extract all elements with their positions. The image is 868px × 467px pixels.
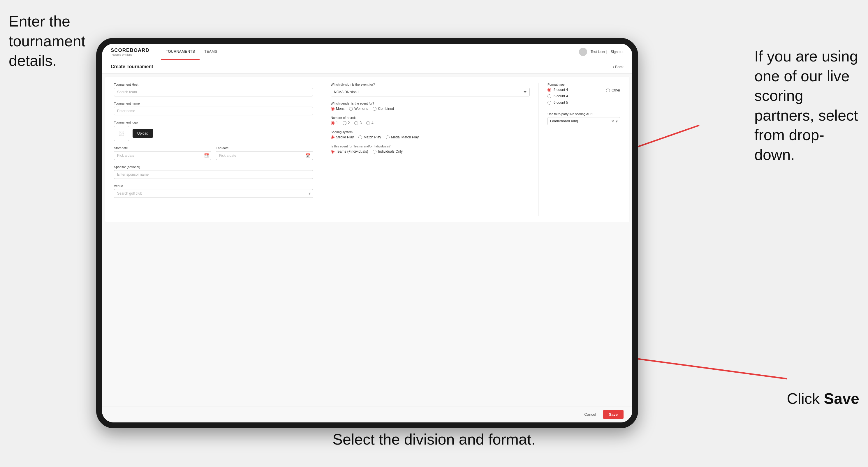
event-teams[interactable]: Teams (+Individuals) bbox=[331, 150, 368, 154]
live-scoring-select[interactable]: Leaderboard King ✕ ▾ bbox=[548, 117, 620, 125]
tablet-screen: SCOREBOARD Powered by clippd TOURNAMENTS… bbox=[102, 44, 632, 423]
rounds-4[interactable]: 4 bbox=[366, 121, 374, 125]
format-options: 5 count 4 6 count 4 6 count 5 bbox=[548, 88, 620, 107]
logo-placeholder bbox=[114, 126, 129, 141]
end-date-input[interactable] bbox=[216, 151, 313, 160]
event-individuals[interactable]: Individuals Only bbox=[373, 150, 403, 154]
rounds-1[interactable]: 1 bbox=[331, 121, 338, 125]
live-scoring-clear-icon[interactable]: ✕ bbox=[611, 119, 615, 124]
upload-button[interactable]: Upload bbox=[132, 129, 153, 138]
live-scoring-controls: ✕ ▾ bbox=[611, 119, 618, 124]
page-title: Create Tournament bbox=[111, 64, 153, 69]
live-scoring-dropdown-icon[interactable]: ▾ bbox=[616, 119, 618, 124]
form-col-left: Tournament Host Tournament name Tourname… bbox=[114, 83, 322, 216]
rounds-1-label: 1 bbox=[336, 121, 338, 125]
name-group: Tournament name bbox=[114, 102, 313, 115]
form-col-middle: Which division is the event for? NCAA Di… bbox=[322, 83, 539, 216]
save-button[interactable]: Save bbox=[603, 410, 624, 419]
division-group: Which division is the event for? NCAA Di… bbox=[331, 83, 530, 96]
nav-links: TOURNAMENTS TEAMS bbox=[161, 44, 222, 60]
nav-right: Test User | Sign out bbox=[579, 48, 624, 56]
venue-dropdown-icon: ▾ bbox=[309, 191, 311, 196]
start-date-input[interactable] bbox=[114, 151, 211, 160]
format-6count4[interactable]: 6 count 4 bbox=[548, 94, 568, 98]
format-6count5[interactable]: 6 count 5 bbox=[548, 100, 568, 104]
scoring-match-label: Match Play bbox=[364, 135, 381, 139]
format-5count4[interactable]: 5 count 4 bbox=[548, 88, 568, 92]
division-select[interactable]: NCAA Division I bbox=[331, 88, 530, 96]
brand-name: SCOREBOARD bbox=[111, 48, 150, 53]
venue-input[interactable] bbox=[114, 189, 313, 198]
format-type-group: Format type 5 count 4 bbox=[548, 83, 620, 107]
scoring-stroke-label: Stroke Play bbox=[336, 135, 354, 139]
gender-mens[interactable]: Mens bbox=[331, 106, 344, 111]
scoring-match[interactable]: Match Play bbox=[359, 135, 381, 139]
scoring-radio-group: Stroke Play Match Play Medal Match Play bbox=[331, 135, 530, 139]
end-date-label: End date bbox=[216, 146, 313, 150]
annotation-bottom-center: Select the division and format. bbox=[333, 430, 535, 449]
user-label: Test User | bbox=[591, 50, 607, 54]
signout-link[interactable]: Sign out bbox=[611, 50, 624, 54]
host-group: Tournament Host bbox=[114, 83, 313, 96]
rounds-group: Number of rounds 1 2 bbox=[331, 116, 530, 125]
name-input[interactable] bbox=[114, 106, 313, 115]
scoring-medal[interactable]: Medal Match Play bbox=[386, 135, 419, 139]
rounds-2[interactable]: 2 bbox=[343, 121, 350, 125]
page-header: Create Tournament ‹ Back bbox=[102, 60, 632, 74]
logo-upload-area: Upload bbox=[114, 126, 313, 141]
scoring-stroke[interactable]: Stroke Play bbox=[331, 135, 354, 139]
format-other-label: Other bbox=[612, 88, 620, 92]
logo-label: Tournament logo bbox=[114, 121, 313, 124]
end-calendar-icon: 📅 bbox=[306, 153, 311, 158]
gender-combined-label: Combined bbox=[378, 106, 394, 111]
svg-line-3 bbox=[612, 355, 787, 379]
annotation-top-left: Enter the tournament details. bbox=[9, 12, 96, 71]
scoring-group: Scoring system Stroke Play Match Play bbox=[331, 130, 530, 139]
date-group: Start date 📅 End date 📅 bbox=[114, 146, 313, 160]
host-label: Tournament Host bbox=[114, 83, 313, 86]
brand-sub: Powered by clippd bbox=[111, 53, 150, 56]
gender-radio-group: Mens Womens Combined bbox=[331, 106, 530, 111]
format-5count4-label: 5 count 4 bbox=[554, 88, 568, 92]
nav-link-teams[interactable]: TEAMS bbox=[199, 44, 222, 60]
avatar bbox=[579, 48, 587, 56]
venue-label: Venue bbox=[114, 184, 313, 188]
rounds-label: Number of rounds bbox=[331, 116, 530, 119]
event-type-label: Is this event for Teams and/or Individua… bbox=[331, 145, 530, 148]
gender-womens[interactable]: Womens bbox=[349, 106, 368, 111]
scoring-label: Scoring system bbox=[331, 130, 530, 134]
live-scoring-value: Leaderboard King bbox=[550, 119, 611, 123]
gender-combined[interactable]: Combined bbox=[373, 106, 394, 111]
live-scoring-section: Use third-party live scoring API? Leader… bbox=[548, 112, 620, 125]
gender-mens-label: Mens bbox=[336, 106, 344, 111]
logo-group: Tournament logo Upload bbox=[114, 121, 313, 141]
form-container: Tournament Host Tournament name Tourname… bbox=[105, 76, 629, 222]
host-input[interactable] bbox=[114, 88, 313, 96]
end-date-wrap: 📅 bbox=[216, 151, 313, 160]
division-label: Which division is the event for? bbox=[331, 83, 530, 86]
cancel-button[interactable]: Cancel bbox=[580, 410, 600, 419]
format-type-label: Format type bbox=[548, 83, 620, 86]
sponsor-label: Sponsor (optional) bbox=[114, 165, 313, 169]
gender-group: Which gender is the event for? Mens Wome… bbox=[331, 102, 530, 111]
start-calendar-icon: 📅 bbox=[204, 153, 209, 158]
back-link[interactable]: ‹ Back bbox=[613, 65, 624, 69]
venue-group: Venue ▾ bbox=[114, 184, 313, 198]
rounds-4-label: 4 bbox=[372, 121, 374, 125]
sponsor-input[interactable] bbox=[114, 170, 313, 179]
format-other-radio[interactable] bbox=[606, 89, 610, 92]
nav-link-tournaments[interactable]: TOURNAMENTS bbox=[161, 44, 199, 60]
rounds-radio-group: 1 2 3 4 bbox=[331, 121, 530, 125]
scoring-medal-label: Medal Match Play bbox=[391, 135, 419, 139]
form-col-right: Format type 5 count 4 bbox=[539, 83, 620, 216]
sponsor-group: Sponsor (optional) bbox=[114, 165, 313, 179]
format-6count4-label: 6 count 4 bbox=[554, 94, 568, 98]
format-6count5-label: 6 count 5 bbox=[554, 100, 568, 104]
rounds-3[interactable]: 3 bbox=[354, 121, 362, 125]
gender-womens-label: Womens bbox=[354, 106, 368, 111]
name-label: Tournament name bbox=[114, 102, 313, 105]
start-date-label: Start date bbox=[114, 146, 211, 150]
event-teams-label: Teams (+Individuals) bbox=[336, 150, 368, 154]
navbar: SCOREBOARD Powered by clippd TOURNAMENTS… bbox=[102, 44, 632, 60]
rounds-3-label: 3 bbox=[360, 121, 362, 125]
